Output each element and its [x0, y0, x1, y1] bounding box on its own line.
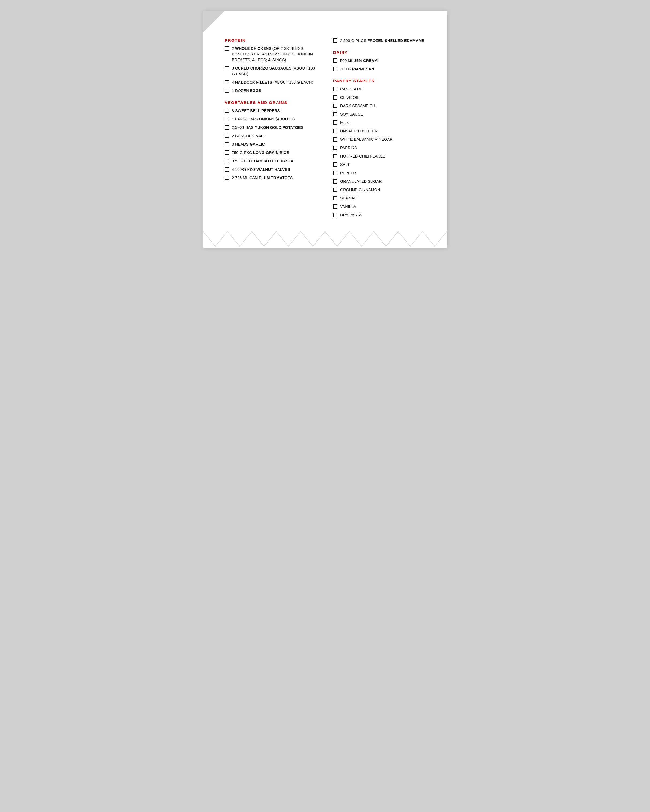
checkbox-canola-oil[interactable]: [333, 87, 338, 91]
list-item-balsamic[interactable]: WHITE BALSAMIC VINEGAR: [333, 137, 425, 142]
checkbox-dry-pasta[interactable]: [333, 213, 338, 217]
list-item-edamame[interactable]: 2 500-G PKGS FROZEN SHELLED EDAMAME: [333, 38, 425, 44]
list-item-chili-flakes[interactable]: HOT-RED-CHILI FLAKES: [333, 153, 425, 159]
item-text-garlic: 3 HEADS GARLIC: [232, 142, 317, 147]
list-item-parmesan[interactable]: 300 G PARMESAN: [333, 66, 425, 72]
list-item-cream[interactable]: 500 ML 35% CREAM: [333, 58, 425, 64]
item-text-haddock: 4 HADDOCK FILLETS (ABOUT 150 G EACH): [232, 79, 317, 85]
list-item-butter[interactable]: UNSALTED BUTTER: [333, 128, 425, 134]
checkbox-balsamic[interactable]: [333, 137, 338, 142]
checkbox-kale[interactable]: [225, 134, 229, 138]
checkbox-haddock[interactable]: [225, 80, 229, 84]
item-text-sesame-oil: DARK SESAME OIL: [340, 103, 425, 109]
item-text-salt: SALT: [340, 162, 425, 168]
checkbox-bell-peppers[interactable]: [225, 108, 229, 113]
checkbox-cream[interactable]: [333, 58, 338, 63]
checkbox-paprika[interactable]: [333, 146, 338, 150]
checkbox-edamame[interactable]: [333, 38, 338, 43]
grocery-list-page: PROTEIN2 WHOLE CHICKENS (OR 2 SKINLESS, …: [203, 11, 447, 248]
checkbox-salt[interactable]: [333, 162, 338, 167]
item-text-butter: UNSALTED BUTTER: [340, 128, 425, 134]
item-text-onions: 1 LARGE BAG ONIONS (ABOUT 7): [232, 116, 317, 122]
content-grid: PROTEIN2 WHOLE CHICKENS (OR 2 SKINLESS, …: [225, 38, 425, 221]
item-text-vanilla: VANILLA: [340, 204, 425, 209]
item-text-parmesan: 300 G PARMESAN: [340, 66, 425, 72]
list-item-dry-pasta[interactable]: DRY PASTA: [333, 212, 425, 218]
item-text-olive-oil: OLIVE OIL: [340, 95, 425, 101]
list-item-sesame-oil[interactable]: DARK SESAME OIL: [333, 103, 425, 109]
checkbox-pepper[interactable]: [333, 171, 338, 175]
item-text-sea-salt: SEA SALT: [340, 195, 425, 201]
section-title-dairy: DAIRY: [333, 50, 425, 55]
checkbox-onions[interactable]: [225, 117, 229, 121]
item-text-rice: 750-G PKG LONG-GRAIN RICE: [232, 150, 317, 156]
checkbox-sugar[interactable]: [333, 179, 338, 183]
list-item-cinnamon[interactable]: GROUND CINNAMON: [333, 187, 425, 193]
item-text-pepper: PEPPER: [340, 170, 425, 176]
checkbox-chili-flakes[interactable]: [333, 154, 338, 158]
checkbox-cinnamon[interactable]: [333, 188, 338, 192]
item-text-canola-oil: CANOLA OIL: [340, 86, 425, 92]
checkbox-potatoes[interactable]: [225, 125, 229, 130]
item-text-cinnamon: GROUND CINNAMON: [340, 187, 425, 193]
right-column: 2 500-G PKGS FROZEN SHELLED EDAMAMEDAIRY…: [333, 38, 425, 221]
checkbox-vanilla[interactable]: [333, 205, 338, 209]
checkbox-rice[interactable]: [225, 151, 229, 155]
list-item-tomatoes[interactable]: 2 796-ML CAN PLUM TOMATOES: [225, 175, 317, 181]
zigzag-decoration: [203, 231, 447, 248]
list-item-paprika[interactable]: PAPRIKA: [333, 145, 425, 151]
checkbox-pasta[interactable]: [225, 159, 229, 163]
list-item-bell-peppers[interactable]: 8 SWEET BELL PEPPERS: [225, 108, 317, 114]
list-item-walnut[interactable]: 4 100-G PKG WALNUT HALVES: [225, 167, 317, 172]
item-text-pasta: 375-G PKG TAGLIATELLE PASTA: [232, 158, 317, 164]
list-item-onions[interactable]: 1 LARGE BAG ONIONS (ABOUT 7): [225, 116, 317, 122]
checkbox-soy-sauce[interactable]: [333, 112, 338, 116]
list-item-vanilla[interactable]: VANILLA: [333, 204, 425, 209]
checkbox-olive-oil[interactable]: [333, 95, 338, 99]
item-text-milk: MILK: [340, 120, 425, 125]
list-item-chorizo[interactable]: 3 CURED CHORIZO SAUSAGES (ABOUT 100 G EA…: [225, 66, 317, 77]
list-item-garlic[interactable]: 3 HEADS GARLIC: [225, 142, 317, 147]
checkbox-eggs[interactable]: [225, 89, 229, 93]
checkbox-chorizo[interactable]: [225, 66, 229, 70]
checkbox-butter[interactable]: [333, 129, 338, 133]
list-item-pepper[interactable]: PEPPER: [333, 170, 425, 176]
list-item-salt[interactable]: SALT: [333, 162, 425, 168]
item-text-soy-sauce: SOY SAUCE: [340, 111, 425, 117]
list-item-haddock[interactable]: 4 HADDOCK FILLETS (ABOUT 150 G EACH): [225, 79, 317, 85]
checkbox-sesame-oil[interactable]: [333, 104, 338, 108]
checkbox-tomatoes[interactable]: [225, 176, 229, 180]
list-item-whole-chickens[interactable]: 2 WHOLE CHICKENS (OR 2 SKINLESS, BONELES…: [225, 46, 317, 63]
list-item-pasta[interactable]: 375-G PKG TAGLIATELLE PASTA: [225, 158, 317, 164]
item-text-walnut: 4 100-G PKG WALNUT HALVES: [232, 167, 317, 172]
checkbox-parmesan[interactable]: [333, 67, 338, 71]
list-item-milk[interactable]: MILK: [333, 120, 425, 125]
list-item-soy-sauce[interactable]: SOY SAUCE: [333, 111, 425, 117]
list-item-sugar[interactable]: GRANULATED SUGAR: [333, 179, 425, 184]
left-column: PROTEIN2 WHOLE CHICKENS (OR 2 SKINLESS, …: [225, 38, 317, 221]
item-text-bell-peppers: 8 SWEET BELL PEPPERS: [232, 108, 317, 114]
checkbox-whole-chickens[interactable]: [225, 46, 229, 50]
item-text-kale: 2 BUNCHES KALE: [232, 133, 317, 139]
checkbox-walnut[interactable]: [225, 167, 229, 172]
item-text-cream: 500 ML 35% CREAM: [340, 58, 425, 64]
item-text-eggs: 1 DOZEN EGGS: [232, 88, 317, 94]
list-item-rice[interactable]: 750-G PKG LONG-GRAIN RICE: [225, 150, 317, 156]
checkbox-sea-salt[interactable]: [333, 196, 338, 200]
checkbox-milk[interactable]: [333, 121, 338, 125]
list-item-sea-salt[interactable]: SEA SALT: [333, 195, 425, 201]
item-text-sugar: GRANULATED SUGAR: [340, 179, 425, 184]
item-text-chili-flakes: HOT-RED-CHILI FLAKES: [340, 153, 425, 159]
item-text-paprika: PAPRIKA: [340, 145, 425, 151]
list-item-kale[interactable]: 2 BUNCHES KALE: [225, 133, 317, 139]
item-text-chorizo: 3 CURED CHORIZO SAUSAGES (ABOUT 100 G EA…: [232, 66, 317, 77]
list-item-olive-oil[interactable]: OLIVE OIL: [333, 95, 425, 101]
list-item-eggs[interactable]: 1 DOZEN EGGS: [225, 88, 317, 94]
item-text-tomatoes: 2 796-ML CAN PLUM TOMATOES: [232, 175, 317, 181]
item-text-potatoes: 2.5-KG BAG YUKON GOLD POTATOES: [232, 125, 317, 130]
section-title-pantry: PANTRY STAPLES: [333, 78, 425, 83]
item-text-dry-pasta: DRY PASTA: [340, 212, 425, 218]
list-item-canola-oil[interactable]: CANOLA OIL: [333, 86, 425, 92]
checkbox-garlic[interactable]: [225, 142, 229, 147]
list-item-potatoes[interactable]: 2.5-KG BAG YUKON GOLD POTATOES: [225, 125, 317, 130]
